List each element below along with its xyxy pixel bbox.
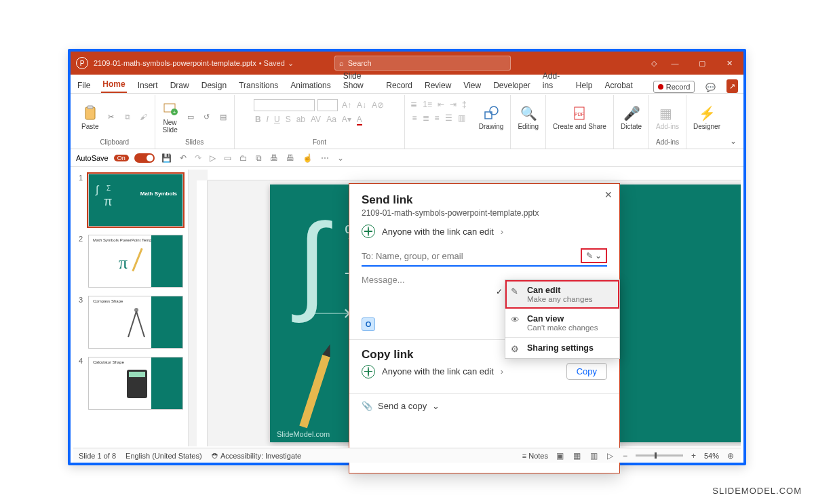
strike-button[interactable]: S [284,114,292,125]
shadow-button[interactable]: ab [295,114,307,125]
language-indicator[interactable]: English (United States) [125,452,202,460]
align-right-button[interactable]: ≡ [433,113,441,123]
tab-insert[interactable]: Insert [136,78,159,93]
tab-developer[interactable]: Developer [492,78,532,93]
autosave-toggle[interactable] [134,153,155,163]
tab-addins[interactable]: Add-ins [541,69,565,93]
font-family-combo[interactable] [254,99,315,111]
spacing-button[interactable]: AV [309,114,322,125]
zoom-out-button[interactable]: − [621,450,629,461]
qat-customize-chevron[interactable]: ⌄ [336,153,345,163]
zoom-level[interactable]: 54% [704,452,719,460]
decrease-font-button[interactable]: A↓ [355,100,368,111]
thumbnail-pane[interactable]: 1 Math Symbols ∫Σπ 2 Math Symbols PowerP… [73,170,189,446]
slide-thumbnail-3[interactable]: Compass Shape [88,296,183,349]
outlook-icon[interactable]: O [362,317,375,331]
qat-from-beginning-button[interactable]: ▷ [208,153,217,163]
comments-button[interactable]: 💬 [704,82,717,93]
layout-button[interactable]: ▭ [184,112,197,123]
thumb-row-4[interactable]: 4 Calculator Shape [79,357,185,410]
tab-home[interactable]: Home [101,77,126,93]
addins-button[interactable]: ▦ Add-ins [653,104,682,132]
qat-copy-button[interactable]: ⧉ [254,153,263,163]
highlight-button[interactable]: A▾ [341,114,353,125]
qat-print-button[interactable]: 🖶 [269,153,279,163]
format-painter-button[interactable]: 🖌 [137,112,151,123]
new-slide-button[interactable]: + New Slide [159,100,181,135]
accessibility-indicator[interactable]: ⛑ Accessibility: Investigate [212,452,302,460]
slide-thumbnail-2[interactable]: Math Symbols PowerPoint Template π [88,235,183,288]
tab-view[interactable]: View [462,78,482,93]
notes-button[interactable]: ≡ Notes [522,452,548,460]
designer-button[interactable]: ⚡ Designer [691,104,723,132]
ribbon-collapse-chevron[interactable]: ⌄ [727,134,739,149]
premium-icon[interactable]: ◇ [651,59,657,68]
thumb-row-2[interactable]: 2 Math Symbols PowerPoint Template π [79,235,185,288]
indent-dec-button[interactable]: ⇤ [436,99,446,110]
send-copy-row[interactable]: 📎 Send a copy ⌄ [349,393,619,418]
perm-option-can-view[interactable]: 👁 Can view Can't make changes [505,309,619,337]
thumb-row-1[interactable]: 1 Math Symbols ∫Σπ [79,174,185,227]
section-button[interactable]: ▤ [216,112,230,123]
italic-button[interactable]: I [265,114,270,125]
tab-design[interactable]: Design [200,78,228,93]
zoom-in-button[interactable]: + [690,450,697,461]
bold-button[interactable]: B [254,114,263,125]
editing-button[interactable]: 🔍 Editing [515,104,541,132]
save-button[interactable]: 💾 [160,153,173,163]
tab-acrobat[interactable]: Acrobat [603,78,634,93]
cut-button[interactable]: ✂ [104,112,118,123]
title-dropdown-chevron[interactable]: ⌄ [288,59,294,68]
slide-thumbnail-1[interactable]: Math Symbols ∫Σπ [88,174,183,227]
redo-button[interactable]: ↷ [193,153,203,163]
underline-button[interactable]: U [273,114,282,125]
case-button[interactable]: Aa [325,114,338,125]
close-button[interactable]: ✕ [720,59,738,68]
zoom-slider[interactable] [636,454,683,457]
justify-button[interactable]: ☰ [444,113,454,123]
dialog-close-button[interactable]: ✕ [604,189,613,200]
clear-format-button[interactable]: A⊘ [370,100,385,111]
copy-button[interactable]: Copy [566,363,607,380]
qat-more-button[interactable]: ⋯ [319,153,330,163]
drawing-button[interactable]: Drawing [476,104,507,132]
columns-button[interactable]: ▥ [457,113,467,123]
bullets-button[interactable]: ≣ [409,99,419,110]
indent-inc-button[interactable]: ⇥ [448,99,458,110]
minimize-button[interactable]: — [666,59,684,67]
slide-counter[interactable]: Slide 1 of 8 [79,452,116,460]
font-color-button[interactable]: A [355,114,364,125]
line-spacing-button[interactable]: ‡ [461,99,468,110]
align-center-button[interactable]: ≣ [421,113,431,123]
tab-transitions[interactable]: Transitions [237,78,279,93]
to-input[interactable] [362,251,581,261]
dictate-button[interactable]: 🎤 Dictate [618,104,644,132]
qat-open-button[interactable]: 🗀 [238,153,249,163]
tab-animations[interactable]: Animations [289,78,332,93]
normal-view-button[interactable]: ▣ [555,450,565,461]
numbering-button[interactable]: 1≡ [421,99,433,110]
fit-to-window-button[interactable]: ⊕ [726,450,735,461]
copy-button[interactable]: ⧉ [121,112,134,123]
qat-new-button[interactable]: ▭ [222,153,233,163]
tab-record[interactable]: Record [385,78,414,93]
permission-dropdown-button[interactable]: ✎ ⌄ [581,248,607,263]
undo-button[interactable]: ↶ [178,153,188,163]
qat-quick-print-button[interactable]: 🖶 [285,153,296,163]
share-button[interactable]: ↗ [726,79,738,93]
slideshow-view-button[interactable]: ▷ [606,450,615,461]
tab-slideshow[interactable]: Slide Show [342,69,376,93]
tab-help[interactable]: Help [575,78,594,93]
tab-draw[interactable]: Draw [169,78,191,93]
reading-view-button[interactable]: ▥ [589,450,599,461]
create-share-button[interactable]: PDF Create and Share [550,104,609,132]
link-settings-row[interactable]: Anyone with the link can edit › [362,225,607,238]
tab-review[interactable]: Review [423,78,452,93]
thumb-row-3[interactable]: 3 Compass Shape [79,296,185,349]
paste-button[interactable]: Paste [79,104,102,132]
slide-thumbnail-4[interactable]: Calculator Shape [88,357,183,410]
qat-touch-button[interactable]: ☝ [301,153,314,163]
font-size-combo[interactable] [317,99,338,111]
copy-link-settings-label[interactable]: Anyone with the link can edit [382,366,494,376]
sorter-view-button[interactable]: ▦ [572,450,582,461]
